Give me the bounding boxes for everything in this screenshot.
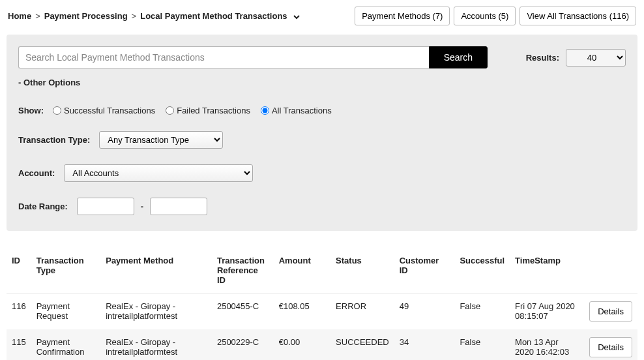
filter-panel: Search Results: 40 - Other Options Show:… <box>7 35 637 231</box>
transaction-type-select[interactable]: Any Transaction Type <box>99 131 223 149</box>
cell-method: RealEx - Giropay - intretailplatformtest <box>100 293 212 330</box>
show-label: Show: <box>18 106 44 115</box>
cell-amount: €108.05 <box>274 293 330 330</box>
view-all-transactions-button[interactable]: View All Transactions (116) <box>520 7 636 25</box>
radio-successful-label: Successful Transactions <box>64 106 155 115</box>
date-range-row: Date Range: - <box>18 198 626 215</box>
cell-type: Payment Confirmation <box>31 329 101 360</box>
cell-method: RealEx - Giropay - intretailplatformtest <box>100 329 212 360</box>
search-button[interactable]: Search <box>429 46 488 68</box>
radio-all[interactable]: All Transactions <box>261 106 332 115</box>
search-input[interactable] <box>18 46 429 68</box>
cell-timestamp: Fri 07 Aug 2020 08:15:07 <box>510 293 584 330</box>
topbar-buttons: Payment Methods (7) Accounts (5) View Al… <box>355 7 636 25</box>
radio-failed-label: Failed Transactions <box>177 106 250 115</box>
th-id[interactable]: ID <box>7 249 31 293</box>
details-button[interactable]: Details <box>589 337 632 357</box>
results-label: Results: <box>526 53 559 63</box>
cell-type: Payment Request <box>31 293 101 330</box>
breadcrumb: Home > Payment Processing > Local Paymen… <box>8 11 300 21</box>
transaction-type-row: Transaction Type: Any Transaction Type <box>18 131 626 149</box>
cell-successful: False <box>454 293 510 330</box>
radio-successful[interactable]: Successful Transactions <box>53 106 155 115</box>
account-row: Account: All Accounts <box>18 164 626 182</box>
table-row: 115 Payment Confirmation RealEx - Giropa… <box>7 329 637 360</box>
breadcrumb-sep: > <box>35 11 40 21</box>
radio-all-input[interactable] <box>261 106 269 115</box>
table-row: 116 Payment Request RealEx - Giropay - i… <box>7 293 637 330</box>
th-timestamp[interactable]: TimeStamp <box>510 249 584 293</box>
cell-successful: False <box>454 329 510 360</box>
breadcrumb-home[interactable]: Home <box>8 11 31 21</box>
search-row: Search Results: 40 <box>18 46 626 68</box>
cell-amount: €0.00 <box>274 329 330 360</box>
radio-all-label: All Transactions <box>272 106 332 115</box>
radio-successful-input[interactable] <box>53 106 61 115</box>
radio-failed-input[interactable] <box>166 106 174 115</box>
radio-failed[interactable]: Failed Transactions <box>166 106 250 115</box>
details-button[interactable]: Details <box>589 301 632 322</box>
account-label: Account: <box>18 168 55 178</box>
th-type[interactable]: Transaction Type <box>31 249 101 293</box>
accounts-button[interactable]: Accounts (5) <box>454 7 516 25</box>
breadcrumb-page[interactable]: Local Payment Method Transactions <box>140 11 287 21</box>
results-select[interactable]: 40 <box>566 49 626 67</box>
cell-action: Details <box>584 329 637 360</box>
show-filter: Show: Successful Transactions Failed Tra… <box>18 106 626 115</box>
other-options-toggle[interactable]: - Other Options <box>18 78 626 87</box>
transactions-table-wrap: ID Transaction Type Payment Method Trans… <box>0 231 644 360</box>
date-from-input[interactable] <box>77 198 134 215</box>
topbar: Home > Payment Processing > Local Paymen… <box>0 0 644 35</box>
account-select[interactable]: All Accounts <box>64 164 253 182</box>
cell-status: ERROR <box>330 293 394 330</box>
cell-id: 115 <box>7 329 31 360</box>
results-group: Results: 40 <box>526 49 626 67</box>
cell-customer: 34 <box>394 329 455 360</box>
cell-status: SUCCEEDED <box>330 329 394 360</box>
cell-ref: 2500455-C <box>212 293 274 330</box>
transactions-table: ID Transaction Type Payment Method Trans… <box>7 249 637 360</box>
cell-ref: 2500229-C <box>212 329 274 360</box>
breadcrumb-section[interactable]: Payment Processing <box>44 11 128 21</box>
breadcrumb-sep: > <box>132 11 137 21</box>
th-status[interactable]: Status <box>330 249 394 293</box>
th-successful[interactable]: Successful <box>454 249 510 293</box>
chevron-down-icon[interactable] <box>293 11 300 21</box>
th-amount[interactable]: Amount <box>274 249 330 293</box>
th-customer[interactable]: Customer ID <box>394 249 455 293</box>
cell-customer: 49 <box>394 293 455 330</box>
cell-id: 116 <box>7 293 31 330</box>
date-to-input[interactable] <box>150 198 207 215</box>
transaction-type-label: Transaction Type: <box>18 135 90 145</box>
th-ref[interactable]: Transaction Reference ID <box>212 249 274 293</box>
table-header-row: ID Transaction Type Payment Method Trans… <box>7 249 637 293</box>
date-range-sep: - <box>141 202 143 211</box>
date-range-label: Date Range: <box>18 202 68 211</box>
payment-methods-button[interactable]: Payment Methods (7) <box>355 7 450 25</box>
th-method[interactable]: Payment Method <box>100 249 212 293</box>
search-group: Search <box>18 46 488 68</box>
cell-action: Details <box>584 293 637 330</box>
th-action <box>584 249 637 293</box>
cell-timestamp: Mon 13 Apr 2020 16:42:03 <box>510 329 584 360</box>
